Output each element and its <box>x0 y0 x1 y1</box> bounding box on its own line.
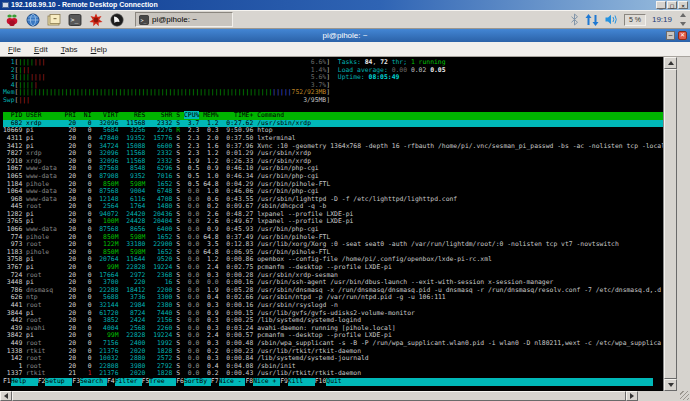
scroll-up-icon <box>680 13 686 17</box>
system-tray: 5 % 19:19 <box>570 12 687 27</box>
fkey-f8[interactable]: F8 <box>245 378 253 386</box>
menu-item-help[interactable]: Help <box>91 45 107 54</box>
rdp-window-buttons: _ □ × <box>656 1 688 9</box>
fkey-label-search[interactable]: Search <box>80 378 107 386</box>
menu-item-tabs[interactable]: Tabs <box>61 45 78 54</box>
fkey-label-quit[interactable]: Quit <box>326 378 353 386</box>
function-key-bar: F1Help F2Setup F3Search F4Filter F5Tree … <box>3 378 663 386</box>
horizontal-scrollbar-thumb[interactable] <box>12 391 626 401</box>
menu-raspberry-icon[interactable] <box>4 12 20 28</box>
terminal-task-icon: >_ <box>139 15 149 25</box>
menu-item-file[interactable]: File <box>8 45 21 54</box>
tray-scroller[interactable] <box>678 12 687 27</box>
menu-item-edit[interactable]: Edit <box>34 45 48 54</box>
fkey-f7[interactable]: F7 <box>211 378 219 386</box>
scrollbar-up-button[interactable] <box>664 57 677 69</box>
scroll-down-icon <box>680 22 686 26</box>
resize-grip[interactable] <box>680 391 689 400</box>
rdp-close-button[interactable]: × <box>678 1 688 9</box>
up-arrow-icon <box>668 61 674 65</box>
scrollbar-left-button[interactable] <box>0 391 12 401</box>
terminal-title: pi@pihole: ~ <box>323 29 368 42</box>
terminal-launcher-icon[interactable]: >_ <box>67 12 83 28</box>
fkey-f1[interactable]: F1 <box>3 378 11 386</box>
fkey-label-kill[interactable]: Kill <box>288 378 315 386</box>
clock[interactable]: 19:19 <box>652 15 672 24</box>
rdp-titlebar: 192.168.99.10 - Remote Desktop Connectio… <box>0 0 690 10</box>
vertical-scrollbar[interactable] <box>663 57 677 391</box>
terminal-close-button[interactable]: ✕ <box>678 31 687 40</box>
terminal-body: 1[||||||| 6.6%] Tasks: 84, 72 thr; 1 run… <box>0 57 690 391</box>
mathematica-icon[interactable] <box>109 12 125 28</box>
fkey-label-nice[interactable]: Nice - <box>219 378 246 386</box>
terminal-titlebar-buttons: – ✕ <box>666 31 687 40</box>
fkey-label-sortby[interactable]: SortBy <box>184 378 211 386</box>
right-arrow-icon <box>630 393 634 399</box>
terminal-window: pi@pihole: ~ – ✕ FileEditTabsHelp 1[||||… <box>0 29 690 401</box>
fkey-label-filter[interactable]: Filter <box>115 378 142 386</box>
terminal-menubar: FileEditTabsHelp <box>0 42 690 57</box>
fkey-label-setup[interactable]: Setup <box>45 378 72 386</box>
vertical-scrollbar-thumb[interactable] <box>664 69 677 379</box>
scrollbar-down-button[interactable] <box>664 379 677 391</box>
fkey-f10[interactable]: F10 <box>315 378 327 386</box>
cpu-usage-monitor[interactable]: 5 % <box>624 14 646 26</box>
fkey-f6[interactable]: F6 <box>176 378 184 386</box>
terminal-minimize-button[interactable]: – <box>666 31 675 40</box>
task-button-terminal[interactable]: >_ pi@pihole: ~ <box>135 12 233 27</box>
htop-screen[interactable]: 1[||||||| 6.6%] Tasks: 84, 72 thr; 1 run… <box>0 57 663 391</box>
fkey-f2[interactable]: F2 <box>38 378 46 386</box>
scrollbar-right-button[interactable] <box>626 391 638 401</box>
volume-icon[interactable] <box>605 14 618 25</box>
fkey-f9[interactable]: F9 <box>280 378 288 386</box>
fkey-f3[interactable]: F3 <box>72 378 80 386</box>
remote-desktop-screen: 192.168.99.10 - Remote Desktop Connectio… <box>0 0 690 401</box>
wolfram-icon[interactable] <box>88 12 104 28</box>
down-arrow-icon <box>668 383 674 387</box>
rdp-restore-button[interactable]: □ <box>667 1 677 9</box>
window-right-edge <box>677 57 690 391</box>
web-browser-icon[interactable] <box>25 12 41 28</box>
fkey-label-help[interactable]: Help <box>11 378 38 386</box>
horizontal-scrollbar[interactable] <box>0 391 690 401</box>
file-manager-icon[interactable] <box>46 12 62 28</box>
bluetooth-icon[interactable] <box>570 13 579 26</box>
network-updown-icon[interactable] <box>585 14 599 26</box>
taskbar-launchers: >_ <box>4 12 125 28</box>
fkey-label-nice[interactable]: Nice + <box>253 378 280 386</box>
meter-line-swp: Swp[||| 3/95MB] <box>3 97 663 105</box>
rdp-minimize-button[interactable]: _ <box>656 1 666 9</box>
svg-text:>_: >_ <box>141 17 148 24</box>
fkey-f4[interactable]: F4 <box>107 378 115 386</box>
rdp-title: 192.168.99.10 - Remote Desktop Connectio… <box>11 0 158 10</box>
fkey-bar-filler <box>353 378 653 386</box>
taskbar: >_ >_ pi@pihole: ~ <box>0 10 690 29</box>
svg-text:>_: >_ <box>71 16 79 24</box>
task-button-label: pi@pihole: ~ <box>152 15 197 24</box>
window-corner <box>638 391 690 401</box>
fkey-label-tree[interactable]: Tree <box>149 378 176 386</box>
rdp-app-icon <box>2 2 9 8</box>
terminal-titlebar[interactable]: pi@pihole: ~ – ✕ <box>0 29 690 42</box>
left-arrow-icon <box>4 393 8 399</box>
fkey-f5[interactable]: F5 <box>142 378 150 386</box>
